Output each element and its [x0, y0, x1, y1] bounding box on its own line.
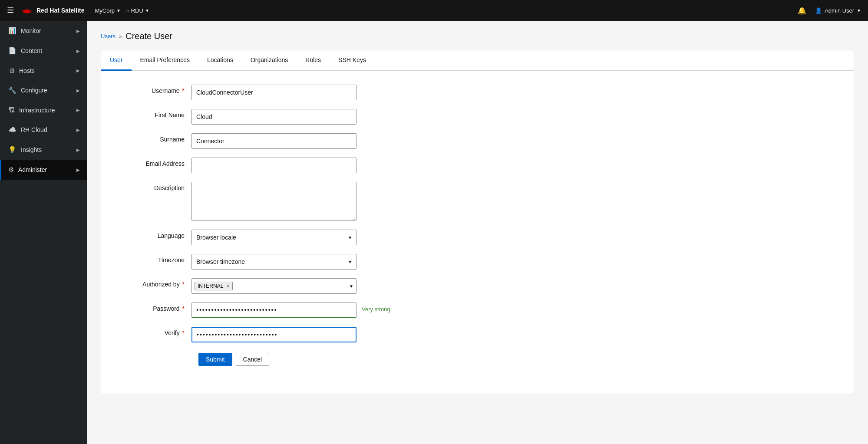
sidebar-label-administer: Administer [18, 166, 47, 173]
user-menu[interactable]: 👤 Admin User ▼ [815, 7, 861, 14]
hamburger-menu[interactable]: ☰ [7, 6, 14, 15]
brand-logo: Red Hat Satellite [21, 4, 84, 16]
sidebar-item-administer[interactable]: ⚙ Administer ▶ [0, 160, 87, 180]
breadcrumb-users-link[interactable]: Users [101, 33, 116, 39]
org-name: MyCorp [95, 7, 115, 14]
configure-icon: 🔧 [8, 86, 17, 94]
sidebar-label-insights: Insights [21, 146, 42, 153]
authorized-by-group: Authorized by * INTERNAL ✕ ▼ [122, 278, 833, 294]
first-name-label: First Name [122, 109, 191, 118]
sidebar-item-insights[interactable]: 💡 Insights ▶ [0, 140, 87, 160]
sidebar-item-configure[interactable]: 🔧 Configure ▶ [0, 80, 87, 100]
content-chevron-icon: ▶ [76, 49, 80, 53]
sidebar-label-configure: Configure [21, 87, 47, 94]
location-chevron-icon: ▼ [145, 8, 149, 13]
tab-user[interactable]: User [101, 50, 132, 71]
language-select-wrapper: Browser locale English French German Spa… [191, 230, 356, 245]
sidebar-label-infrastructure: Infrastructure [19, 107, 55, 114]
username-group: Username * [122, 85, 833, 100]
insights-icon: 💡 [8, 146, 17, 154]
org-selector[interactable]: MyCorp ▼ [95, 7, 120, 14]
cancel-button[interactable]: Cancel [236, 353, 270, 366]
authorized-tag-close-icon[interactable]: ✕ [226, 283, 230, 289]
email-input[interactable] [191, 158, 356, 173]
sidebar-item-rhcloud[interactable]: ☁️ RH Cloud ▶ [0, 120, 87, 140]
timezone-select-wrapper: Browser timezone UTC US/Eastern US/Centr… [191, 254, 356, 270]
main-content: Users » Create User User Email Preferenc… [87, 21, 868, 444]
form-actions: Submit Cancel [122, 353, 833, 366]
user-name: Admin User [825, 7, 854, 14]
sidebar-label-hosts: Hosts [19, 67, 35, 74]
password-group: Password * Very strong [122, 303, 833, 318]
redhat-icon [21, 4, 33, 16]
surname-label: Surname [122, 133, 191, 143]
monitor-icon: 📊 [8, 27, 17, 35]
language-group: Language Browser locale English French G… [122, 230, 833, 245]
tab-email-preferences[interactable]: Email Preferences [132, 50, 198, 71]
password-label: Password * [122, 303, 191, 312]
hosts-icon: 🖥 [8, 67, 15, 74]
description-label: Description [122, 182, 191, 191]
first-name-input[interactable] [191, 109, 356, 125]
sidebar-item-infrastructure[interactable]: 🏗 Infrastructure ▶ [0, 100, 87, 120]
administer-chevron-icon: ▶ [76, 168, 80, 172]
user-form: Username * First Name Surname [101, 71, 854, 380]
nav-separator: » [126, 7, 129, 14]
password-strength-indicator: Very strong [362, 303, 390, 312]
sidebar-item-monitor[interactable]: 📊 Monitor ▶ [0, 21, 87, 41]
language-select[interactable]: Browser locale English French German Spa… [191, 230, 356, 245]
user-chevron-icon: ▼ [857, 8, 861, 13]
password-input[interactable] [191, 303, 356, 318]
tab-ssh-keys[interactable]: SSH Keys [330, 50, 375, 71]
first-name-group: First Name [122, 109, 833, 125]
authorized-tag-internal: INTERNAL ✕ [195, 282, 233, 290]
tab-locations[interactable]: Locations [198, 50, 242, 71]
administer-icon: ⚙ [8, 166, 14, 174]
username-required-indicator: * [181, 87, 185, 94]
submit-button[interactable]: Submit [198, 353, 232, 366]
notification-bell-icon[interactable]: 🔔 [798, 7, 806, 15]
configure-chevron-icon: ▶ [76, 88, 80, 93]
location-name: RDU [131, 7, 143, 14]
breadcrumb: Users » Create User [101, 31, 854, 41]
rhcloud-chevron-icon: ▶ [76, 128, 80, 132]
username-input[interactable] [191, 85, 356, 100]
rhcloud-icon: ☁️ [8, 126, 17, 134]
top-navigation: ☰ Red Hat Satellite MyCorp ▼ » RDU ▼ 🔔 👤… [0, 0, 868, 21]
create-user-card: User Email Preferences Locations Organiz… [101, 50, 854, 394]
authorized-by-input[interactable]: INTERNAL ✕ ▼ [191, 278, 356, 294]
sidebar-item-hosts[interactable]: 🖥 Hosts ▶ [0, 61, 87, 80]
timezone-select[interactable]: Browser timezone UTC US/Eastern US/Centr… [191, 254, 356, 270]
language-label: Language [122, 230, 191, 239]
authorized-required-indicator: * [181, 281, 185, 288]
user-icon: 👤 [815, 7, 822, 14]
breadcrumb-separator: » [119, 33, 122, 39]
topnav-right-area: 🔔 👤 Admin User ▼ [798, 7, 861, 15]
email-group: Email Address [122, 158, 833, 173]
timezone-group: Timezone Browser timezone UTC US/Eastern… [122, 254, 833, 270]
verify-label: Verify * [122, 327, 191, 336]
surname-input[interactable] [191, 133, 356, 149]
location-selector[interactable]: RDU ▼ [131, 7, 149, 14]
password-required-indicator: * [181, 305, 185, 312]
username-label: Username * [122, 85, 191, 94]
sidebar-label-rhcloud: RH Cloud [21, 126, 47, 133]
tab-bar: User Email Preferences Locations Organiz… [101, 50, 854, 71]
authorized-by-label: Authorized by * [122, 278, 191, 288]
description-group: Description [122, 182, 833, 221]
org-chevron-icon: ▼ [116, 8, 121, 13]
sidebar-item-content[interactable]: 📄 Content ▶ [0, 41, 87, 61]
verify-input[interactable] [191, 327, 356, 342]
verify-group: Verify * [122, 327, 833, 342]
brand-name: Red Hat Satellite [36, 7, 84, 14]
svg-point-1 [24, 10, 30, 13]
sidebar-label-content: Content [21, 47, 42, 54]
page-title: Create User [125, 31, 172, 41]
description-input[interactable] [191, 182, 356, 221]
sidebar-label-monitor: Monitor [21, 27, 41, 34]
authorized-dropdown-icon[interactable]: ▼ [349, 284, 353, 289]
tab-roles[interactable]: Roles [297, 50, 330, 71]
surname-group: Surname [122, 133, 833, 149]
tab-organizations[interactable]: Organizations [242, 50, 297, 71]
sidebar: 📊 Monitor ▶ 📄 Content ▶ 🖥 Hosts ▶ 🔧 Conf… [0, 21, 87, 444]
